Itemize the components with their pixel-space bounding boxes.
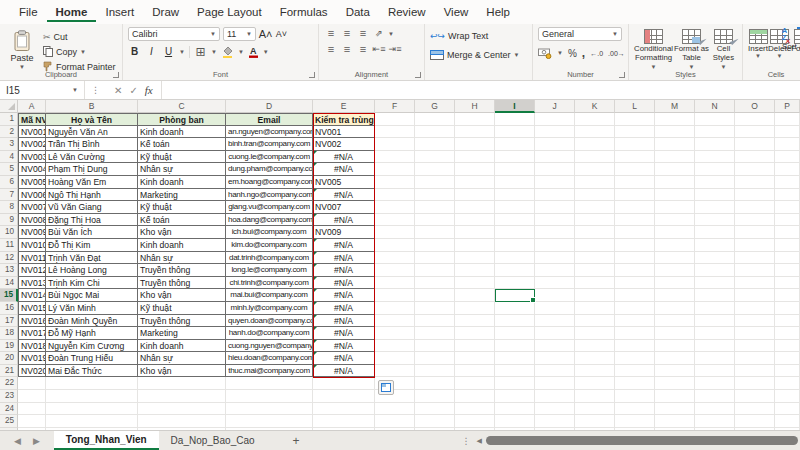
cell-L19[interactable] [615,340,655,353]
cell-O8[interactable] [735,201,775,214]
cell-B20[interactable]: Đoàn Trung Hiếu [46,352,138,365]
cell-A5[interactable]: NV004 [18,163,46,176]
cell-J14[interactable] [535,277,575,290]
cell-O23[interactable] [735,390,775,403]
cell-J9[interactable] [535,214,575,227]
cell-A12[interactable]: NV011 [18,252,46,265]
cell-B12[interactable]: Trịnh Văn Đạt [46,252,138,265]
cell-O14[interactable] [735,277,775,290]
cell-J6[interactable] [535,176,575,189]
cell-C25[interactable] [138,415,226,428]
cell-M24[interactable] [655,403,695,416]
cell-N19[interactable] [695,340,735,353]
cell-F6[interactable] [375,176,415,189]
cell-N11[interactable] [695,239,735,252]
cell-O22[interactable] [735,377,775,390]
font-color-icon[interactable]: A [248,45,259,58]
cell-L23[interactable] [615,390,655,403]
cell-F12[interactable] [375,252,415,265]
cell-G13[interactable] [415,264,455,277]
decrease-indent-icon[interactable]: ⇤≡ [372,43,386,56]
cell-F3[interactable] [375,138,415,151]
cell-C22[interactable] [138,377,226,390]
cell-N1[interactable] [695,113,735,126]
cell-G7[interactable] [415,189,455,202]
cell-D14[interactable]: chi.trinh@company.com [226,277,313,290]
cell-O5[interactable] [735,163,775,176]
cell-L17[interactable] [615,315,655,328]
cell-L25[interactable] [615,415,655,428]
sheet-tab-da-nop-bao-cao[interactable]: Da_Nop_Bao_Cao [159,431,267,450]
cell-B16[interactable]: Lý Văn Minh [46,302,138,315]
cell-G2[interactable] [415,126,455,139]
cell-E6[interactable]: NV005 [313,176,375,189]
cell-I6[interactable] [495,176,535,189]
italic-button[interactable]: I [145,45,158,58]
cell-E15[interactable]: #N/A [313,289,375,302]
cell-B15[interactable]: Bùi Ngọc Mai [46,289,138,302]
cell-I11[interactable] [495,239,535,252]
cell-I8[interactable] [495,201,535,214]
cell-D19[interactable]: cuong.nguyen@company.com [226,340,313,353]
cell-A9[interactable]: NV008 [18,214,46,227]
row-header-25[interactable]: 25 [0,415,18,428]
cell-M2[interactable] [655,126,695,139]
cell-I16[interactable] [495,302,535,315]
formula-input[interactable] [162,81,800,99]
cell-D2[interactable]: an.nguyen@company.com [226,126,313,139]
ribbon-tab-insert[interactable]: Insert [96,2,143,22]
cell-N22[interactable] [695,377,735,390]
cell-O21[interactable] [735,365,775,378]
row-header-22[interactable]: 22 [0,377,18,390]
cell-M20[interactable] [655,352,695,365]
row-header-12[interactable]: 12 [0,252,18,265]
cell-D23[interactable] [226,390,313,403]
cell-L4[interactable] [615,151,655,164]
cell-J8[interactable] [535,201,575,214]
cell-K22[interactable] [575,377,615,390]
cell-L13[interactable] [615,264,655,277]
cell-P6[interactable] [775,176,800,189]
column-header-F[interactable]: F [375,100,415,113]
cell-G15[interactable] [415,289,455,302]
cell-K6[interactable] [575,176,615,189]
cell-E21[interactable]: #N/A [313,365,375,378]
cell-C20[interactable]: Nhân sự [138,352,226,365]
cell-O25[interactable] [735,415,775,428]
cell-K15[interactable] [575,289,615,302]
cell-P15[interactable] [775,289,800,302]
cell-D5[interactable]: dung.pham@company.com [226,163,313,176]
column-header-C[interactable]: C [138,100,226,113]
cell-F20[interactable] [375,352,415,365]
cell-A24[interactable] [18,403,46,416]
cell-D9[interactable]: hoa.dang@company.com [226,214,313,227]
cell-N25[interactable] [695,415,735,428]
ribbon-tab-home[interactable]: Home [47,2,97,22]
cell-L1[interactable] [615,113,655,126]
cell-N2[interactable] [695,126,735,139]
cell-O16[interactable] [735,302,775,315]
row-header-7[interactable]: 7 [0,189,18,202]
scroll-left-icon[interactable]: ◀ [477,437,482,445]
cell-E12[interactable]: #N/A [313,252,375,265]
cell-G22[interactable] [415,377,455,390]
cell-B10[interactable]: Bùi Văn Ích [46,226,138,239]
cell-C24[interactable] [138,403,226,416]
autofill-options-button[interactable] [378,380,394,395]
cell-B9[interactable]: Đặng Thị Hoa [46,214,138,227]
cell-B1[interactable]: Họ và Tên [46,113,138,126]
cell-L18[interactable] [615,327,655,340]
cell-D4[interactable]: cuong.le@company.com [226,151,313,164]
cell-E1[interactable]: Kiểm tra trùng [313,113,375,126]
cell-D7[interactable]: hanh.ngo@company.com [226,189,313,202]
cell-F15[interactable] [375,289,415,302]
cell-O17[interactable] [735,315,775,328]
cell-P24[interactable] [775,403,800,416]
cell-K9[interactable] [575,214,615,227]
row-header-1[interactable]: 1 [0,113,18,126]
underline-button[interactable]: U [162,45,175,58]
font-name-select[interactable]: Calibri▼ [128,27,220,41]
cell-K7[interactable] [575,189,615,202]
cell-B8[interactable]: Vũ Văn Giang [46,201,138,214]
cell-F21[interactable] [375,365,415,378]
